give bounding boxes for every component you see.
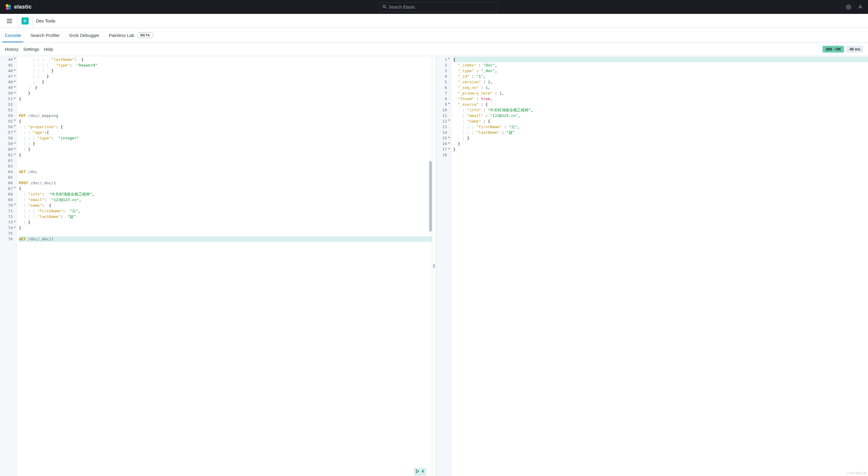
svg-rect-8 [7, 19, 12, 20]
tabs-bar: Console Search Profiler Grok Debugger Pa… [0, 28, 868, 42]
beta-badge: BETA [137, 32, 153, 38]
svg-point-6 [846, 5, 851, 9]
time-badge: 49 ms [846, 46, 863, 53]
svg-line-5 [385, 7, 386, 8]
svg-rect-11 [433, 264, 434, 268]
status-badge: 200 - OK [823, 46, 844, 53]
pane-splitter[interactable] [432, 56, 436, 476]
console-toolbar: History Settings Help 200 - OK 49 ms [0, 42, 868, 56]
page-title: Dev Tools [34, 18, 56, 23]
svg-rect-9 [7, 21, 12, 21]
line-gutter: 123456789101112131415161718 [436, 56, 452, 476]
scrollbar-thumb[interactable] [429, 161, 432, 232]
help-link[interactable]: Help [44, 47, 53, 52]
tab-label: Painless Lab [109, 33, 134, 38]
search-input[interactable] [389, 5, 495, 9]
tab-painless-lab[interactable]: Painless Lab BETA [109, 28, 153, 42]
response-pane: 123456789101112131415161718 { "_index" :… [436, 56, 868, 476]
svg-point-7 [848, 6, 849, 8]
svg-point-2 [6, 7, 9, 10]
line-gutter: 4445464748495051525354555657585960616263… [0, 56, 17, 476]
announcement-icon[interactable] [857, 4, 863, 10]
svg-rect-12 [434, 264, 435, 268]
app-badge[interactable]: D [22, 18, 29, 25]
svg-point-3 [8, 7, 11, 10]
tab-grok-debugger[interactable]: Grok Debugger [69, 28, 99, 42]
global-search[interactable] [379, 2, 498, 12]
svg-rect-10 [7, 23, 12, 23]
settings-link[interactable]: Settings [23, 47, 39, 52]
editor-split: 4445464748495051525354555657585960616263… [0, 56, 868, 476]
history-link[interactable]: History [5, 47, 19, 52]
wrench-icon[interactable] [421, 469, 425, 475]
request-editor[interactable]: | | | "lastName": { | | | | "type": "key… [17, 56, 432, 476]
top-header: elastic [0, 0, 868, 14]
svg-point-4 [383, 5, 385, 7]
tab-console[interactable]: Console [5, 28, 21, 42]
elastic-logo-icon [5, 4, 12, 11]
watermark: CSDN @赵三城 [847, 471, 866, 475]
brand-text: elastic [14, 4, 32, 10]
run-icon[interactable] [416, 469, 419, 475]
brand-logo[interactable]: elastic [5, 4, 32, 11]
menu-toggle-button[interactable] [5, 16, 14, 26]
request-actions [414, 468, 426, 475]
tab-search-profiler[interactable]: Search Profiler [30, 28, 60, 42]
help-icon[interactable] [845, 4, 851, 10]
breadcrumb-bar: D Dev Tools [0, 14, 868, 28]
search-icon [382, 4, 386, 10]
request-editor-pane: 4445464748495051525354555657585960616263… [0, 56, 432, 476]
response-viewer[interactable]: { "_index" : "dsc", "_type" : "_doc", "_… [452, 56, 868, 476]
